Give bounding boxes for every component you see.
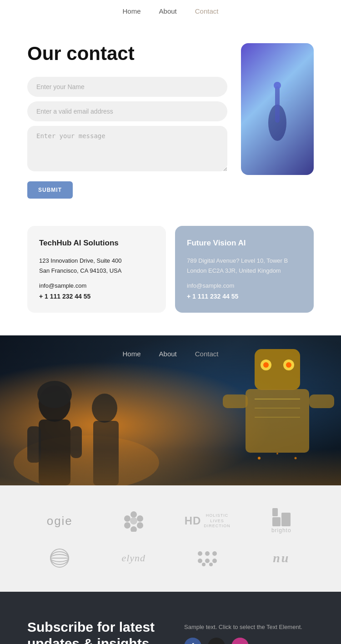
svg-point-32 [124,522,130,529]
logo-elynd: elynd [121,552,145,564]
svg-rect-35 [272,517,281,526]
logo-dots [196,550,218,566]
banner-section: Home About Contact [0,335,341,485]
banner-nav-home[interactable]: Home [123,350,141,358]
footer-left: Subscribe for latest updates & insights … [27,619,157,644]
card1-email: info@sample.com [39,282,154,289]
logos-section: ogie HD HOLISTICLIVESDIRECTION brighto [0,485,341,592]
svg-point-42 [198,551,202,556]
svg-point-29 [137,515,143,522]
svg-point-49 [209,563,213,566]
logo-hd: HD HOLISTICLIVESDIRECTION [185,513,231,529]
email-input[interactable] [27,101,227,121]
svg-point-28 [130,511,137,518]
svg-point-45 [198,559,202,563]
logo-flower [123,510,145,532]
svg-point-18 [286,362,291,368]
svg-point-33 [124,515,130,522]
svg-rect-14 [255,349,300,390]
svg-point-48 [202,563,206,566]
svg-point-9 [37,381,72,408]
banner-nav-about[interactable]: About [159,350,177,358]
svg-rect-36 [281,513,291,526]
logo-ogie: ogie [47,514,73,528]
footer-top: Subscribe for latest updates & insights … [27,619,314,644]
svg-point-46 [205,559,210,563]
footer-sample-text: Sample text. Click to select the Text El… [184,624,314,630]
contact-image [241,43,314,175]
card1-title: TechHub AI Solutions [39,239,154,248]
contact-title: Our contact [27,43,227,64]
svg-point-2 [274,82,281,89]
message-input[interactable] [27,126,227,171]
card2-phone: + 1 111 232 44 55 [187,293,302,300]
banner-nav: Home About Contact [123,343,219,363]
svg-rect-37 [272,508,278,516]
twitter-icon[interactable]: ✕ [208,638,225,644]
submit-button[interactable]: SUBMIT [27,181,73,199]
svg-line-4 [282,91,292,95]
svg-rect-23 [223,394,248,408]
instagram-icon[interactable]: ◉ [231,638,249,644]
svg-point-12 [92,394,117,423]
card1-phone: + 1 111 232 44 55 [39,293,154,300]
info-card-2: Future Vision AI 789 Digital Avenue? Lev… [175,226,314,313]
footer-section: Subscribe for latest updates & insights … [0,592,341,644]
footer-right: Sample text. Click to select the Text El… [184,619,314,644]
svg-line-3 [282,82,291,91]
card2-email: info@sample.com [187,282,302,289]
info-card-1: TechHub AI Solutions 123 Innovation Driv… [27,226,166,313]
svg-rect-24 [309,394,334,408]
logo-brighto: brighto [271,508,291,534]
svg-point-43 [205,551,210,556]
svg-point-44 [212,551,217,556]
logo-circle-lines [49,547,70,569]
contact-section: Our contact SUBMIT [0,20,341,217]
banner-nav-contact[interactable]: Contact [195,350,219,358]
card2-title: Future Vision AI [187,239,302,248]
svg-rect-1 [275,86,280,123]
nav-contact[interactable]: Contact [195,7,219,15]
svg-point-47 [212,559,217,563]
card2-address: 789 Digital Avenue? Level 10, Tower B Lo… [187,256,302,276]
svg-point-31 [130,526,137,532]
facebook-icon[interactable]: f [184,638,201,644]
nav-home[interactable]: Home [123,7,141,15]
nav-about[interactable]: About [159,7,177,15]
svg-point-17 [263,362,269,368]
name-input[interactable] [27,77,227,97]
svg-point-34 [130,517,137,524]
card1-address: 123 Innovation Drive, Suite 400 San Fran… [39,256,154,276]
logo-nu: nu [273,551,290,565]
footer-title: Subscribe for latest updates & insights [27,619,157,644]
main-nav: Home About Contact [0,0,341,20]
svg-point-30 [137,522,143,529]
contact-form-area: Our contact SUBMIT [27,43,227,199]
social-icons: f ✕ ◉ [184,638,314,644]
cards-section: TechHub AI Solutions 123 Innovation Driv… [0,217,341,335]
svg-rect-19 [246,389,309,453]
